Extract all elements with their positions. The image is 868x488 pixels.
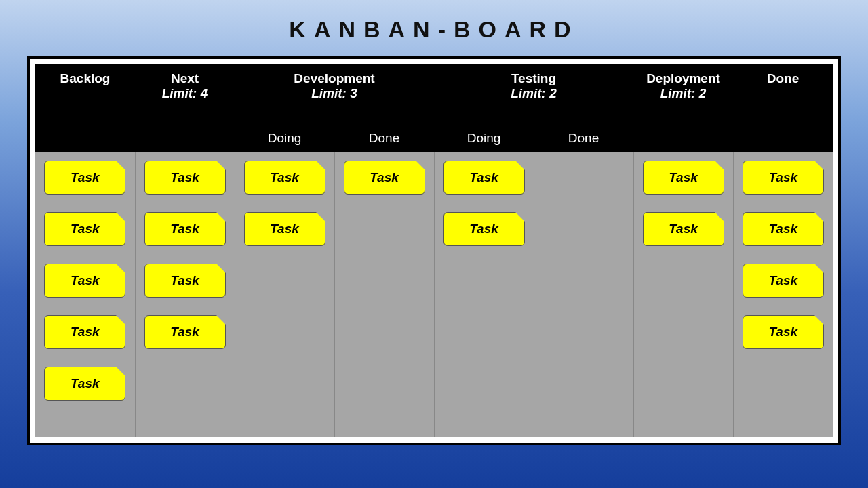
col-name: Development	[235, 71, 434, 86]
col-limit: Limit: 3	[235, 86, 434, 101]
col-name: Backlog	[35, 71, 135, 86]
sublane-done: Done	[534, 131, 633, 146]
task-card[interactable]: Task	[643, 212, 724, 246]
col-deployment-header: Deployment Limit: 2	[633, 64, 733, 152]
col-limit: Limit: 4	[135, 86, 235, 101]
task-card[interactable]: Task	[344, 161, 425, 195]
task-card[interactable]: Task	[144, 315, 226, 349]
task-card[interactable]: Task	[244, 212, 326, 246]
task-card[interactable]: Task	[44, 212, 125, 246]
task-card[interactable]: Task	[643, 161, 724, 195]
task-card[interactable]: Task	[44, 161, 125, 195]
lane-done[interactable]: TaskTaskTaskTask	[733, 152, 833, 437]
col-limit: Limit: 2	[633, 86, 733, 101]
col-name: Deployment	[633, 71, 733, 86]
lane-test-done[interactable]	[534, 152, 633, 437]
task-card[interactable]: Task	[743, 315, 824, 349]
lane-dev-doing[interactable]: TaskTask	[235, 152, 334, 437]
sublane-doing: Doing	[434, 131, 534, 146]
page-title: KANBAN-BOARD	[0, 0, 868, 48]
sublane-doing: Doing	[235, 131, 334, 146]
lane-next[interactable]: TaskTaskTaskTask	[135, 152, 235, 437]
task-card[interactable]: Task	[44, 264, 125, 298]
col-next-header: Next Limit: 4	[135, 64, 235, 152]
kanban-board: Backlog Next Limit: 4 Development Limit:…	[27, 56, 841, 445]
col-name: Next	[135, 71, 235, 86]
task-card[interactable]: Task	[144, 161, 226, 195]
task-card[interactable]: Task	[443, 161, 525, 195]
lane-deployment[interactable]: TaskTask	[633, 152, 733, 437]
task-card[interactable]: Task	[144, 212, 226, 246]
col-development-header: Development Limit: 3 Doing Done	[235, 64, 434, 152]
task-card[interactable]: Task	[144, 264, 226, 298]
col-name: Testing	[434, 71, 633, 86]
lane-test-doing[interactable]: TaskTask	[434, 152, 534, 437]
col-testing-header: Testing Limit: 2 Doing Done	[434, 64, 633, 152]
lane-backlog[interactable]: TaskTaskTaskTaskTask	[35, 152, 135, 437]
col-name: Done	[733, 71, 833, 86]
task-card[interactable]: Task	[743, 212, 824, 246]
lane-dev-done[interactable]: Task	[334, 152, 434, 437]
task-card[interactable]: Task	[743, 264, 824, 298]
task-card[interactable]: Task	[743, 161, 824, 195]
task-card[interactable]: Task	[244, 161, 326, 195]
sublane-done: Done	[334, 131, 434, 146]
task-card[interactable]: Task	[443, 212, 525, 246]
task-card[interactable]: Task	[44, 315, 125, 349]
col-done-header: Done	[733, 64, 833, 152]
task-card[interactable]: Task	[44, 367, 125, 401]
lanes-row: TaskTaskTaskTaskTask TaskTaskTaskTask Ta…	[35, 152, 833, 437]
column-header-row: Backlog Next Limit: 4 Development Limit:…	[35, 64, 833, 152]
col-backlog-header: Backlog	[35, 64, 135, 152]
col-limit: Limit: 2	[434, 86, 633, 101]
